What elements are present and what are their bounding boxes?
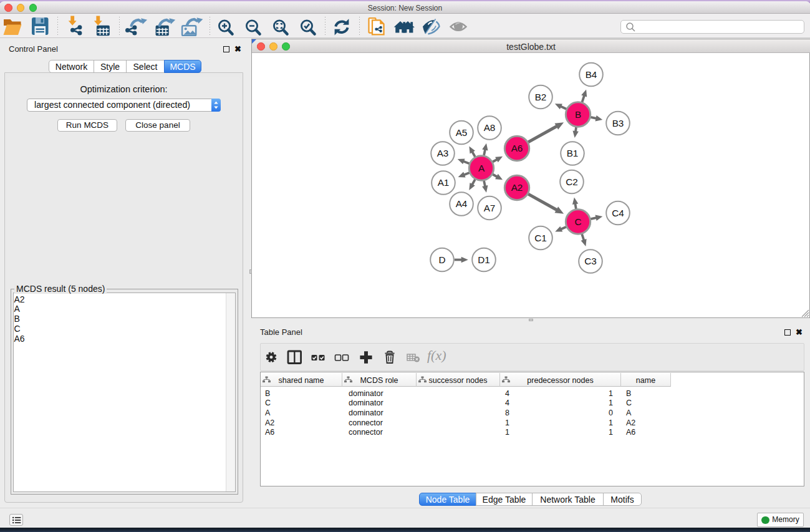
svg-text:C: C	[574, 216, 581, 227]
svg-text:C3: C3	[584, 256, 597, 266]
svg-text:A3: A3	[437, 148, 449, 158]
svg-text:A: A	[478, 163, 485, 173]
svg-text:C2: C2	[566, 177, 578, 187]
svg-text:B3: B3	[612, 118, 624, 128]
svg-text:B4: B4	[586, 69, 597, 80]
svg-text:A8: A8	[484, 122, 496, 133]
svg-text:A1: A1	[438, 177, 450, 188]
svg-text:A4: A4	[456, 198, 468, 209]
svg-text:C4: C4	[612, 208, 624, 218]
svg-text:D1: D1	[478, 254, 490, 265]
svg-text:B2: B2	[535, 92, 547, 102]
svg-text:A5: A5	[456, 127, 468, 138]
svg-text:A2: A2	[511, 182, 523, 193]
svg-text:A7: A7	[484, 203, 496, 213]
svg-text:B1: B1	[567, 148, 579, 158]
svg-text:B: B	[575, 109, 581, 120]
svg-text:C1: C1	[534, 233, 547, 243]
svg-text:D: D	[438, 254, 445, 265]
svg-text:A6: A6	[511, 143, 523, 153]
